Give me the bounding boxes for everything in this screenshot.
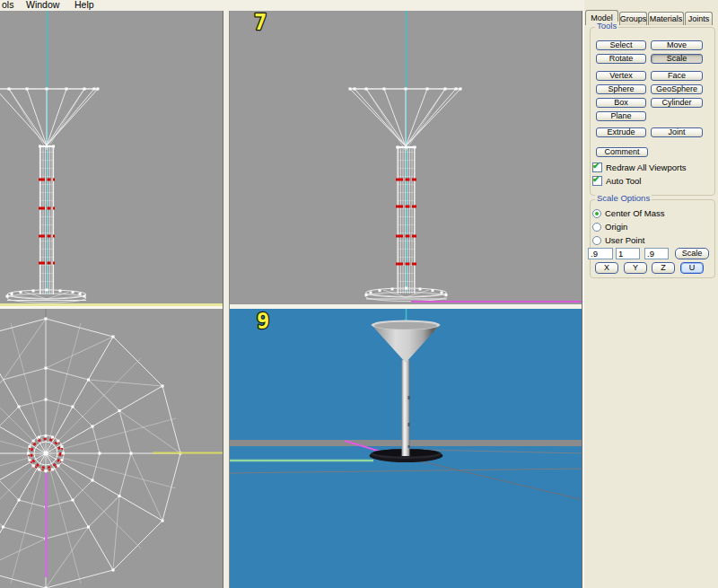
checkbox-label: Auto Tool — [606, 176, 641, 186]
goblet-cone-wireframe — [0, 89, 98, 150]
tool-button-vertex[interactable]: Vertex — [596, 71, 646, 81]
tab-joints[interactable]: Joints — [685, 12, 713, 25]
horizontal-splitter-left[interactable] — [0, 306, 223, 309]
tools-group-label: Tools — [595, 22, 618, 31]
checkbox-redraw-all-viewports[interactable]: ✔ Redraw All Viewports — [592, 162, 687, 172]
menu-item-window[interactable]: Window — [26, 0, 59, 10]
axis-button-z[interactable]: Z — [652, 262, 675, 274]
tab-materials[interactable]: Materials — [648, 12, 684, 25]
tool-button-move[interactable]: Move — [651, 40, 703, 50]
viewport-3d-shaded[interactable]: 9 — [230, 309, 583, 588]
radio-selected-dot — [595, 212, 599, 215]
tool-button-sphere[interactable]: Sphere — [596, 84, 646, 94]
axis-button-x[interactable]: X — [595, 262, 618, 274]
radio-circle[interactable] — [592, 236, 601, 245]
side-panel: Model Groups Materials Joints Tools Sele… — [584, 0, 718, 588]
tool-button-face[interactable]: Face — [651, 71, 703, 81]
radio-label: User Point — [605, 235, 644, 245]
render-canvas: 9 — [230, 309, 583, 588]
scale-y-input[interactable] — [616, 248, 640, 259]
radio-circle[interactable] — [592, 223, 601, 232]
radio-label: Center Of Mass — [605, 208, 665, 218]
scale-options-group-label: Scale Options — [595, 194, 652, 203]
check-icon: ✔ — [592, 161, 600, 171]
check-icon: ✔ — [592, 174, 600, 184]
tab-groups[interactable]: Groups — [619, 12, 647, 25]
tool-button-select[interactable]: Select — [596, 40, 646, 50]
viewport-badge-7: 7 — [254, 11, 267, 35]
app-window: { "menu": { "items": ["ols", "Window", "… — [0, 0, 718, 588]
viewport-front-wireframe[interactable] — [0, 11, 223, 303]
tool-button-joint[interactable]: Joint — [651, 127, 703, 137]
vertical-splitter[interactable] — [223, 11, 230, 588]
checkbox-auto-tool[interactable]: ✔ Auto Tool — [592, 176, 641, 186]
viewport-side-wireframe[interactable]: 7 — [230, 11, 583, 303]
viewport-top-wireframe[interactable] — [0, 309, 223, 588]
horizontal-splitter-right[interactable] — [230, 303, 583, 309]
tool-button-rotate[interactable]: Rotate — [596, 54, 646, 64]
front-wireframe-canvas — [0, 11, 223, 303]
radio-label: Origin — [605, 222, 627, 232]
tool-button-cylinder[interactable]: Cylinder — [651, 98, 703, 108]
scale-x-input[interactable] — [588, 248, 613, 259]
tool-button-comment[interactable]: Comment — [596, 147, 648, 157]
radio-origin[interactable]: Origin — [592, 222, 627, 232]
viewport-badge-9: 9 — [257, 309, 269, 334]
top-wireframe-canvas — [0, 309, 223, 588]
rim-vertex-dots — [349, 88, 462, 91]
radio-user-point[interactable]: User Point — [592, 235, 644, 245]
tool-button-scale[interactable]: Scale — [651, 54, 703, 64]
axis-button-u[interactable]: U — [680, 262, 704, 274]
radio-center-of-mass[interactable]: Center Of Mass — [592, 208, 665, 218]
tool-button-geosphere[interactable]: GeoSphere — [651, 84, 703, 94]
tool-button-plane[interactable]: Plane — [596, 111, 646, 121]
checkbox-box[interactable]: ✔ — [592, 162, 602, 172]
tool-button-box[interactable]: Box — [596, 98, 646, 108]
side-wireframe-canvas: 7 — [230, 11, 583, 303]
menu-item-tools[interactable]: ols — [2, 0, 13, 10]
checkbox-box[interactable]: ✔ — [592, 176, 602, 186]
checkbox-label: Redraw All Viewports — [606, 162, 687, 172]
goblet-stem-wireframe — [39, 145, 55, 295]
goblet-cone-wireframe — [350, 89, 461, 151]
goblet-stem-wireframe — [397, 146, 416, 294]
scale-z-input[interactable] — [644, 248, 669, 259]
scale-apply-button[interactable]: Scale — [675, 248, 709, 259]
menu-item-help[interactable]: Help — [74, 0, 94, 10]
radio-circle[interactable] — [592, 209, 601, 218]
axis-button-y[interactable]: Y — [624, 262, 647, 274]
tool-button-extrude[interactable]: Extrude — [596, 127, 646, 137]
